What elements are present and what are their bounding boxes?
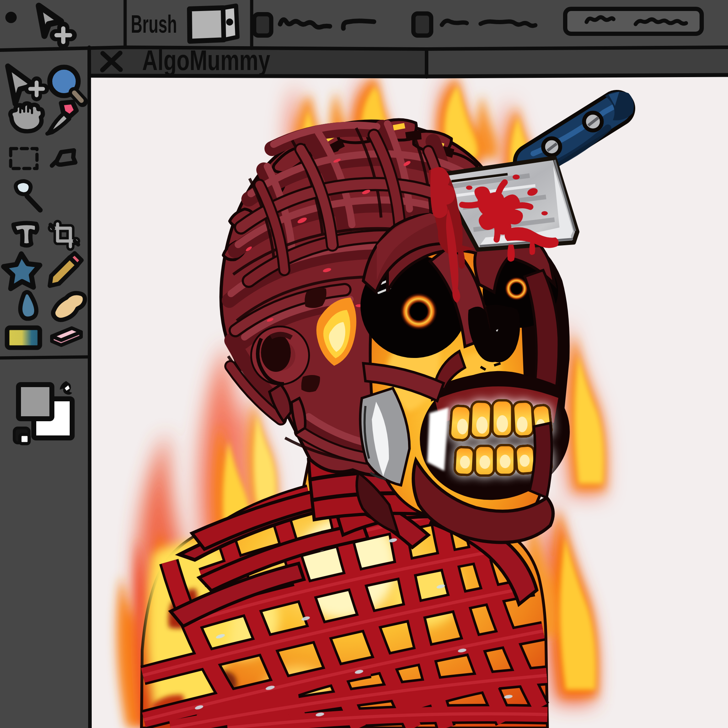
svg-text:Brush: Brush xyxy=(131,10,177,38)
svg-text:AlgoMummy: AlgoMummy xyxy=(142,44,270,76)
